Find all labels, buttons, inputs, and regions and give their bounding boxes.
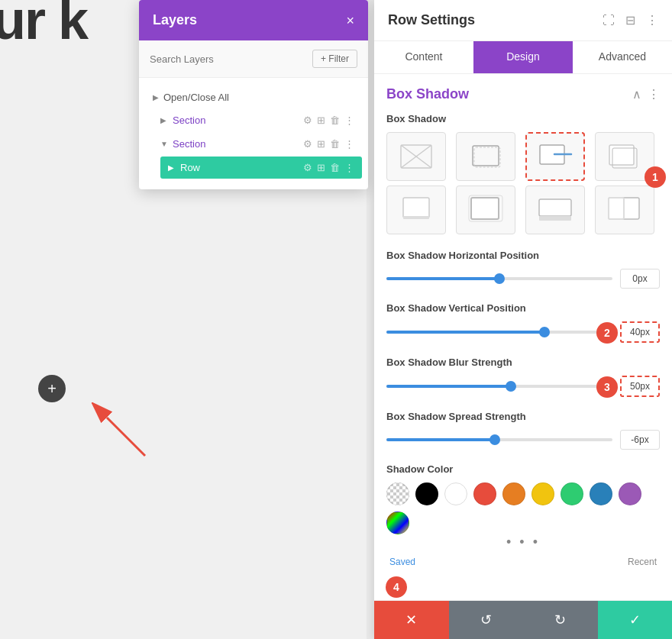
color-swatch-blue[interactable] bbox=[590, 482, 612, 505]
section1-actions: ⚙ ⊞ 🗑 ⋮ bbox=[303, 115, 354, 126]
vertical-slider-value[interactable]: 40px bbox=[620, 321, 660, 343]
vertical-slider-label: Box Shadow Vertical Position bbox=[386, 302, 660, 314]
blur-slider-label: Box Shadow Blur Strength bbox=[386, 357, 660, 368]
layer-item-section1[interactable]: ▶ Section ⚙ ⊞ 🗑 ⋮ bbox=[153, 109, 362, 131]
tab-advanced[interactable]: Advanced bbox=[573, 41, 672, 73]
shadow-option-bottom[interactable] bbox=[386, 186, 446, 234]
horizontal-slider-row: 0px bbox=[386, 269, 660, 289]
section2-actions: ⚙ ⊞ 🗑 ⋮ bbox=[303, 138, 354, 150]
shadow-option-wide[interactable] bbox=[525, 186, 585, 234]
bottom-right-shadow-icon bbox=[606, 141, 644, 172]
vertical-slider-thumb[interactable] bbox=[539, 327, 550, 337]
spread-slider-value[interactable]: -6px bbox=[620, 430, 660, 450]
box-shadow-section-header: Box Shadow ∧ ⋮ bbox=[386, 86, 660, 102]
annotation-3: 3 bbox=[596, 376, 618, 398]
shadow-option-outer[interactable] bbox=[456, 186, 515, 234]
spread-slider-thumb[interactable] bbox=[489, 434, 500, 445]
color-swatch-yellow[interactable] bbox=[531, 482, 554, 505]
canvas-background-text: ur k bbox=[0, 0, 87, 47]
section-more-icon[interactable]: ⋮ bbox=[648, 87, 660, 102]
blur-slider-thumb[interactable] bbox=[506, 381, 516, 392]
shadow-option-right[interactable] bbox=[525, 132, 585, 181]
redo-button[interactable]: ↻ bbox=[523, 601, 598, 639]
annotation-2: 2 bbox=[596, 322, 618, 344]
row-settings-title: Row Settings bbox=[388, 12, 475, 28]
filter-button[interactable]: + Filter bbox=[312, 50, 357, 68]
add-button[interactable]: + bbox=[38, 375, 66, 402]
saved-label[interactable]: Saved bbox=[389, 557, 415, 567]
svg-rect-16 bbox=[539, 216, 571, 221]
spread-slider-row: -6px bbox=[386, 430, 660, 450]
svg-rect-6 bbox=[474, 147, 500, 167]
section1-label: Section bbox=[173, 115, 303, 126]
layer-item-section2[interactable]: ▼ Section ⚙ ⊞ 🗑 ⋮ bbox=[153, 133, 362, 155]
color-swatch-orange[interactable] bbox=[502, 482, 525, 505]
spread-slider-fill bbox=[386, 438, 495, 441]
tab-design[interactable]: Design bbox=[473, 41, 573, 73]
section2-settings-icon[interactable]: ⚙ bbox=[303, 138, 312, 150]
row-duplicate-icon[interactable]: ⊞ bbox=[317, 162, 325, 173]
saved-recent-row: Saved Recent bbox=[386, 557, 660, 567]
section1-more-icon[interactable]: ⋮ bbox=[344, 115, 354, 126]
row-label: Row bbox=[180, 162, 303, 173]
right-shadow-icon bbox=[536, 141, 574, 172]
shadow-color-label: Shadow Color bbox=[386, 463, 660, 475]
cancel-button[interactable]: ✕ bbox=[374, 601, 449, 639]
expand-icon[interactable]: ⛶ bbox=[603, 14, 615, 27]
row-more-icon[interactable]: ⋮ bbox=[344, 162, 354, 173]
slider-horizontal: Box Shadow Horizontal Position 0px bbox=[386, 250, 660, 289]
blur-slider-value[interactable]: 50px bbox=[620, 376, 660, 397]
tab-content[interactable]: Content bbox=[374, 41, 473, 73]
spread-slider-track[interactable] bbox=[386, 438, 612, 441]
annotation-4: 4 bbox=[386, 576, 407, 598]
color-swatch-transparent[interactable] bbox=[386, 482, 409, 505]
color-swatch-red[interactable] bbox=[473, 482, 496, 505]
section1-delete-icon[interactable]: 🗑 bbox=[330, 115, 340, 126]
color-swatch-purple[interactable] bbox=[619, 482, 641, 505]
shadow-option-center[interactable] bbox=[456, 132, 515, 181]
section2-duplicate-icon[interactable]: ⊞ bbox=[317, 138, 325, 150]
horizontal-slider-fill bbox=[386, 277, 499, 280]
section1-settings-icon[interactable]: ⚙ bbox=[303, 115, 312, 126]
shadow-option-none[interactable] bbox=[386, 132, 446, 181]
layers-title: Layers bbox=[153, 12, 197, 28]
blur-slider-fill bbox=[386, 385, 511, 388]
more-colors-dots[interactable]: • • • bbox=[386, 534, 660, 550]
arrow-annotation bbox=[92, 402, 153, 463]
color-swatch-black[interactable] bbox=[415, 482, 438, 505]
section1-duplicate-icon[interactable]: ⊞ bbox=[317, 115, 325, 126]
more-icon[interactable]: ⋮ bbox=[646, 13, 658, 27]
columns-icon[interactable]: ⊟ bbox=[625, 13, 635, 27]
row-settings-icon[interactable]: ⚙ bbox=[303, 162, 312, 173]
color-swatch-green[interactable] bbox=[561, 482, 583, 505]
section2-arrow: ▼ bbox=[160, 140, 168, 148]
annotation-1: 1 bbox=[645, 166, 666, 188]
undo-button[interactable]: ↺ bbox=[449, 601, 524, 639]
collapse-icon[interactable]: ∧ bbox=[632, 87, 641, 102]
section2-label: Section bbox=[173, 138, 303, 150]
section2-delete-icon[interactable]: 🗑 bbox=[330, 138, 340, 150]
layers-close-button[interactable]: × bbox=[346, 14, 354, 27]
save-button[interactable]: ✓ bbox=[598, 601, 673, 639]
horizontal-slider-track[interactable] bbox=[386, 277, 612, 280]
blur-slider-track[interactable] bbox=[386, 385, 612, 388]
horizontal-slider-thumb[interactable] bbox=[494, 273, 505, 284]
outer-shadow-icon bbox=[467, 195, 505, 225]
layers-search-input[interactable] bbox=[150, 53, 306, 65]
horizontal-slider-value[interactable]: 0px bbox=[620, 269, 660, 289]
open-close-all[interactable]: Open/Close All bbox=[145, 87, 362, 108]
color-swatch-custom[interactable] bbox=[386, 512, 409, 534]
layer-item-row[interactable]: ▶ Row ⚙ ⊞ 🗑 ⋮ bbox=[160, 157, 362, 179]
shadow-color-section: Shadow Color • • • Saved Recent bbox=[386, 463, 660, 567]
color-swatch-white[interactable] bbox=[444, 482, 467, 505]
section2-more-icon[interactable]: ⋮ bbox=[344, 138, 354, 150]
recent-label[interactable]: Recent bbox=[628, 557, 657, 567]
svg-rect-12 bbox=[403, 216, 429, 219]
shadow-option-inner[interactable] bbox=[595, 186, 654, 234]
svg-rect-15 bbox=[539, 199, 571, 216]
horizontal-slider-label: Box Shadow Horizontal Position bbox=[386, 250, 660, 261]
vertical-slider-track[interactable] bbox=[386, 331, 612, 334]
svg-rect-5 bbox=[473, 146, 499, 166]
svg-rect-11 bbox=[403, 198, 429, 218]
row-delete-icon[interactable]: 🗑 bbox=[330, 162, 340, 173]
